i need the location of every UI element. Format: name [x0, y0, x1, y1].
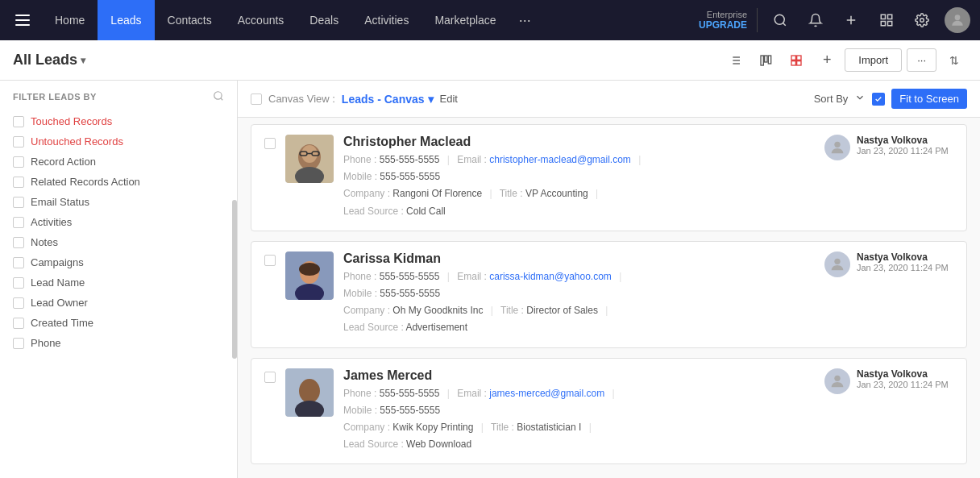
record-phone-row-3: Phone : 555-555-5555 | Email : james-mer…: [343, 386, 815, 401]
sidebar-header: FILTER LEADS BY: [10, 90, 227, 103]
svg-rect-7: [888, 22, 892, 26]
record-name-2[interactable]: Carissa Kidman: [343, 251, 815, 266]
filter-item-notes[interactable]: Notes: [10, 232, 227, 252]
svg-rect-5: [888, 15, 892, 19]
fit-to-screen-button[interactable]: Fit to Screen: [891, 89, 967, 109]
filter-list: Touched RecordsUntouched RecordsRecord A…: [10, 111, 227, 353]
list-view-icon[interactable]: [722, 48, 748, 73]
svg-point-37: [834, 258, 840, 264]
search-icon[interactable]: [767, 7, 793, 33]
record-name-1[interactable]: Christopher Maclead: [343, 135, 815, 149]
owner-avatar-2: [824, 251, 850, 277]
filter-checkbox-record-action[interactable]: [13, 156, 24, 168]
settings-icon[interactable]: [909, 7, 935, 33]
top-navigation: Home Leads Contacts Accounts Deals Activ…: [0, 0, 980, 40]
filter-item-phone[interactable]: Phone: [10, 333, 227, 353]
nav-item-contacts[interactable]: Contacts: [155, 0, 225, 40]
record-source-row-1: Lead Source : Cold Call: [343, 204, 815, 219]
owner-date-2: Jan 23, 2020 11:24 PM: [857, 263, 949, 272]
nav-more-button[interactable]: ···: [509, 0, 541, 40]
record-company-row-2: Company : Oh My Goodknits Inc | Title : …: [343, 303, 815, 318]
filter-label-lead-name: Lead Name: [31, 276, 85, 289]
bell-icon[interactable]: [803, 7, 828, 33]
filter-item-lead-owner[interactable]: Lead Owner: [10, 293, 227, 313]
filter-item-activities[interactable]: Activities: [10, 212, 227, 232]
canvas-view-icon[interactable]: [783, 48, 809, 73]
record-checkbox-2[interactable]: [264, 255, 276, 266]
owner-date-1: Jan 23, 2020 11:24 PM: [857, 146, 949, 156]
filter-checkbox-email-status[interactable]: [13, 197, 24, 208]
nav-item-leads[interactable]: Leads: [98, 0, 154, 40]
filter-checkbox-created-time[interactable]: [13, 318, 24, 329]
filter-checkbox-lead-name[interactable]: [13, 277, 24, 289]
dropdown-arrow-icon: ▾: [81, 55, 85, 66]
record-avatar-3: [285, 368, 334, 417]
filter-item-email-status[interactable]: Email Status: [10, 192, 227, 212]
plus-icon[interactable]: [838, 7, 864, 33]
sidebar-scrollbar[interactable]: [232, 200, 237, 359]
canvas-actions: Sort By Fit to Screen: [814, 89, 967, 109]
record-info-1: Christopher Maclead Phone : 555-555-5555…: [343, 135, 815, 221]
svg-point-8: [920, 19, 924, 23]
canvas-dropdown-arrow-icon: ▾: [428, 93, 434, 106]
select-all-checkbox[interactable]: [251, 94, 262, 105]
subheader-actions: + Import ··· ⇅: [722, 48, 967, 73]
filter-checkbox-touched[interactable]: [13, 116, 24, 127]
user-avatar[interactable]: [945, 7, 970, 33]
nav-item-accounts[interactable]: Accounts: [225, 0, 297, 40]
filter-item-touched[interactable]: Touched Records: [10, 111, 227, 131]
hamburger-menu[interactable]: [10, 7, 35, 33]
filter-checkbox-activities[interactable]: [13, 217, 24, 228]
record-owner-3: Nastya Volkova Jan 23, 2020 11:24 PM: [824, 368, 953, 394]
nav-item-activities[interactable]: Activities: [351, 0, 421, 40]
enterprise-label: Enterprise UPGRADE: [699, 10, 747, 31]
canvas-name-dropdown[interactable]: Leads - Canvas ▾: [342, 93, 434, 106]
kanban-view-icon[interactable]: [753, 48, 779, 73]
filter-item-record-action[interactable]: Record Action: [10, 152, 227, 172]
record-info-3: James Merced Phone : 555-555-5555 | Emai…: [343, 368, 815, 455]
canvas-edit-button[interactable]: Edit: [440, 93, 458, 105]
filter-icon[interactable]: ⇅: [941, 48, 967, 73]
nav-item-home[interactable]: Home: [42, 0, 98, 40]
add-view-icon[interactable]: +: [814, 48, 840, 73]
more-options-button[interactable]: ···: [907, 48, 936, 72]
filter-item-lead-name[interactable]: Lead Name: [10, 272, 227, 293]
grid-icon[interactable]: [874, 7, 899, 33]
page-title[interactable]: All Leads ▾: [13, 52, 85, 69]
sidebar: FILTER LEADS BY Touched RecordsUntouched…: [0, 81, 238, 478]
nav-item-deals[interactable]: Deals: [297, 0, 351, 40]
filter-label-campaigns: Campaigns: [31, 256, 84, 268]
record-company-row-1: Company : Rangoni Of Florence | Title : …: [343, 186, 815, 202]
record-checkbox-1[interactable]: [264, 138, 276, 149]
record-card: Christopher Maclead Phone : 555-555-5555…: [251, 124, 967, 231]
import-button[interactable]: Import: [845, 48, 902, 72]
filter-item-untouched[interactable]: Untouched Records: [10, 131, 227, 152]
canvas-view-label: Canvas View :: [268, 93, 335, 105]
sidebar-search-icon[interactable]: [213, 90, 224, 103]
record-checkbox-3[interactable]: [264, 372, 276, 383]
nav-item-marketplace[interactable]: Marketplace: [421, 0, 509, 40]
filter-checkbox-campaigns[interactable]: [13, 257, 24, 268]
filter-checkbox-notes[interactable]: [13, 237, 24, 248]
filter-label-email-status: Email Status: [31, 196, 89, 208]
owner-info-1: Nastya Volkova Jan 23, 2020 11:24 PM: [857, 135, 949, 156]
fit-screen-checkbox: [872, 93, 885, 106]
filter-checkbox-phone[interactable]: [13, 338, 24, 349]
filter-checkbox-untouched[interactable]: [13, 136, 24, 148]
filter-checkbox-related-records[interactable]: [13, 177, 24, 188]
owner-avatar-3: [824, 368, 850, 394]
record-source-row-3: Lead Source : Web Download: [343, 437, 815, 452]
subheader: All Leads ▾ + Import ··· ⇅: [0, 40, 980, 81]
nav-items: Home Leads Contacts Accounts Deals Activ…: [42, 0, 699, 40]
filter-label-phone: Phone: [31, 337, 61, 349]
filter-item-campaigns[interactable]: Campaigns: [10, 252, 227, 272]
filter-checkbox-lead-owner[interactable]: [13, 297, 24, 309]
filter-item-created-time[interactable]: Created Time: [10, 313, 227, 333]
nav-right: Enterprise UPGRADE: [699, 7, 970, 33]
sort-by-dropdown[interactable]: [854, 92, 866, 106]
filter-item-related-records[interactable]: Related Records Action: [10, 172, 227, 192]
svg-line-24: [221, 98, 223, 101]
content-area: Canvas View : Leads - Canvas ▾ Edit Sort…: [238, 81, 980, 478]
record-name-3[interactable]: James Merced: [343, 368, 815, 383]
upgrade-button[interactable]: UPGRADE: [699, 19, 747, 31]
